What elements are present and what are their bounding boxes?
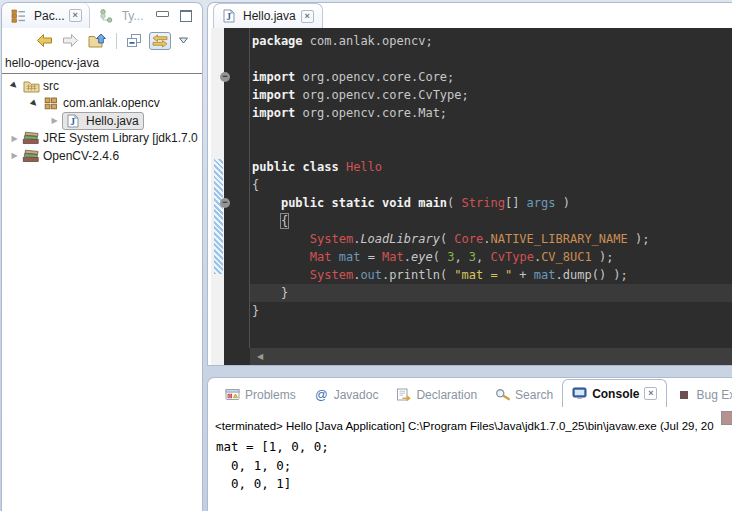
problems-icon	[225, 388, 240, 402]
tab-declaration[interactable]: Declaration	[387, 382, 486, 407]
back-arrow-icon[interactable]	[34, 32, 55, 49]
code-line: import org.opencv.core.Core;	[250, 68, 732, 86]
code-line: package com.anlak.opencv;	[250, 32, 732, 50]
tree-item-com-anlak-opencv[interactable]: ▶com.anlak.opencv	[2, 95, 202, 113]
tab-search[interactable]: Search	[486, 382, 562, 407]
code-line	[250, 122, 732, 140]
bug-icon	[676, 388, 691, 402]
tab-label: Bug Explorer	[696, 388, 732, 402]
explorer-tab-bar: Pac... × Ty...	[2, 3, 202, 28]
code-area[interactable]: package com.anlak.opencv;import org.open…	[250, 28, 732, 348]
tree-item-hello-java[interactable]: ▶JHello.java	[2, 112, 202, 130]
editor-panel: J Hello.java × package com.anlak.opencv;…	[207, 2, 732, 366]
terminate-icon[interactable]	[721, 411, 732, 425]
tree-item-label: OpenCV-2.4.6	[43, 149, 119, 163]
library-icon	[22, 131, 40, 145]
tree-item-label: JRE System Library [jdk1.7.0	[43, 131, 198, 145]
type-hierarchy-icon	[97, 9, 115, 23]
editor-content: package com.anlak.opencv;import org.open…	[208, 28, 732, 365]
code-line: import org.opencv.core.CvType;	[250, 86, 732, 104]
tab-label: Hello.java	[243, 9, 296, 23]
code-line	[250, 50, 732, 68]
tree-item-label: com.anlak.opencv	[63, 96, 160, 110]
tab-label: Console	[592, 387, 639, 401]
tab-type-hierarchy[interactable]: Ty...	[90, 3, 151, 28]
tab-hello-java[interactable]: J Hello.java ×	[213, 3, 323, 28]
library-icon	[22, 149, 40, 163]
fold-collapse-icon[interactable]: −	[220, 198, 230, 208]
close-icon[interactable]: ×	[644, 387, 657, 400]
tree-item-src[interactable]: ▶src	[2, 77, 202, 95]
package-icon	[42, 96, 60, 110]
tab-package-explorer[interactable]: Pac... ×	[2, 3, 90, 28]
console-view: <terminated> Hello [Java Application] C:…	[208, 407, 732, 494]
console-tab-bar: Problems@JavadocDeclarationSearchConsole…	[208, 378, 732, 407]
tree-item-opencv-2-4-6[interactable]: ▶OpenCV-2.4.6	[2, 147, 202, 165]
minimize-icon[interactable]	[156, 11, 169, 17]
code-line: import org.opencv.core.Mat;	[250, 104, 732, 122]
declaration-icon	[396, 388, 411, 402]
selected-item-box: JHello.java	[62, 112, 144, 130]
package-explorer-panel: Pac... × Ty... hello-opencv-java ▶src▶co…	[1, 2, 203, 511]
javadoc-icon: @	[314, 388, 329, 402]
tab-label: Javadoc	[334, 388, 379, 402]
tab-javadoc[interactable]: @Javadoc	[305, 382, 388, 407]
code-line: }	[250, 284, 732, 302]
svg-text:J: J	[70, 117, 75, 127]
console-icon	[572, 387, 587, 401]
code-line: {	[250, 176, 732, 194]
close-icon[interactable]: ×	[69, 9, 82, 22]
tab-label: Pac...	[34, 9, 65, 23]
tree-expand-arrow-icon[interactable]: ▶	[47, 116, 62, 125]
tree-expand-arrow-icon[interactable]: ▶	[7, 134, 22, 143]
tree-item-jre-system-library-jdk1-7-0[interactable]: ▶JRE System Library [jdk1.7.0	[2, 130, 202, 148]
tab-bug-explorer[interactable]: Bug Explorer	[667, 382, 732, 407]
toolbar-separator	[116, 33, 117, 49]
up-folder-icon[interactable]	[86, 32, 109, 50]
project-name: hello-opencv-java	[2, 53, 202, 74]
console-output[interactable]: mat = [1, 0, 0; 0, 1, 0; 0, 0, 1]	[216, 438, 732, 494]
code-line: public static void main( String[] args )	[250, 194, 732, 212]
code-editor[interactable]: package com.anlak.opencv;import org.open…	[224, 28, 732, 365]
package-explorer-icon	[9, 9, 27, 23]
tree-expand-arrow-icon[interactable]: ▶	[6, 77, 23, 94]
tab-label: Declaration	[416, 388, 477, 402]
collapse-all-icon[interactable]	[124, 32, 144, 49]
tab-label: Search	[515, 388, 553, 402]
range-indicator	[214, 159, 223, 274]
code-line: public class Hello	[250, 158, 732, 176]
tree-item-label: src	[43, 79, 59, 93]
search-icon	[495, 388, 510, 402]
horizontal-scrollbar[interactable]: ◀	[250, 348, 732, 365]
close-icon[interactable]: ×	[301, 10, 314, 23]
launch-status-line: <terminated> Hello [Java Application] C:…	[215, 420, 732, 432]
code-line: Mat mat = Mat.eye( 3, 3, CvType.CV_8UC1 …	[250, 248, 732, 266]
code-line: System.LoadLibrary( Core.NATIVE_LIBRARY_…	[250, 230, 732, 248]
tree-expand-arrow-icon[interactable]: ▶	[26, 95, 43, 112]
explorer-toolbar	[2, 28, 202, 53]
editor-tab-bar: J Hello.java ×	[208, 3, 732, 28]
project-tree: ▶src▶com.anlak.opencv▶JHello.java▶JRE Sy…	[2, 74, 202, 165]
tree-item-label: Hello.java	[86, 114, 139, 128]
maximize-icon[interactable]	[180, 10, 192, 22]
tab-problems[interactable]: Problems	[216, 382, 305, 407]
link-with-editor-icon[interactable]	[149, 32, 171, 50]
forward-arrow-icon[interactable]	[60, 32, 81, 49]
tab-label: Problems	[245, 388, 296, 402]
code-line: {	[250, 212, 732, 230]
tab-console[interactable]: Console×	[562, 379, 667, 407]
scroll-left-arrow-icon[interactable]: ◀	[257, 352, 263, 361]
tab-label: Ty...	[122, 9, 144, 23]
view-window-buttons	[156, 3, 202, 28]
code-line: }	[250, 302, 732, 320]
svg-text:@: @	[315, 388, 328, 401]
tree-expand-arrow-icon[interactable]: ▶	[7, 151, 22, 160]
java-file-icon: J	[222, 9, 235, 23]
package-folder-icon	[22, 79, 40, 93]
code-line: System.out.println( "mat = " + mat.dump(…	[250, 266, 732, 284]
java-file-icon: J	[64, 114, 82, 128]
code-line	[250, 140, 732, 158]
fold-collapse-icon[interactable]: −	[220, 72, 230, 82]
console-panel: Problems@JavadocDeclarationSearchConsole…	[207, 377, 732, 511]
view-menu-icon[interactable]	[176, 35, 191, 46]
